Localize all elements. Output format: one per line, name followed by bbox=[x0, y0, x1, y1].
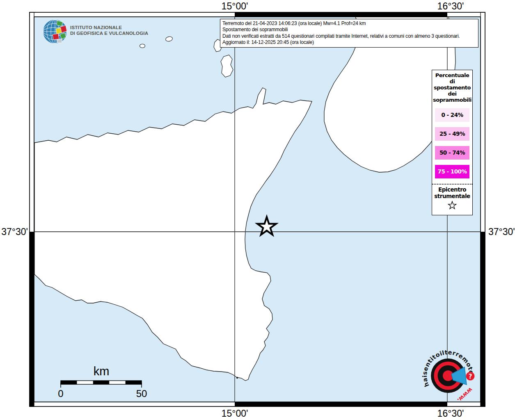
logo-suffix-text: .it bbox=[0, 0, 2, 1]
ingv-line2: DI GEOFISICA E VULCANOLOGIA bbox=[70, 31, 148, 37]
axis-label-top-1630: 16°30' bbox=[437, 1, 464, 12]
legend-epicenter-star-icon bbox=[447, 201, 458, 211]
macroseismic-map-page: km 0 50 bbox=[0, 0, 515, 420]
scale-bar-start: 0 bbox=[58, 388, 63, 399]
info-line-updated: Aggiornato il: 14-12-2025 20:45 (ora loc… bbox=[222, 39, 476, 46]
legend-title: Percentuale di spostamento dei soprammob… bbox=[432, 70, 472, 103]
axis-label-bottom-1630: 16°30' bbox=[437, 408, 464, 419]
ingv-line1: ISTITUTO NAZIONALE bbox=[70, 25, 148, 31]
scale-bar-unit: km bbox=[94, 365, 110, 378]
ingv-logo-globe bbox=[43, 20, 67, 43]
earthquake-info-box: Terremoto del 21-04-2023 14:06:23 (ora l… bbox=[220, 19, 478, 48]
scale-bar-end: 50 bbox=[136, 388, 147, 399]
axis-label-top-15: 15°00' bbox=[222, 1, 248, 12]
legend-swatch-0: 0 - 24% bbox=[435, 108, 469, 122]
ingv-logo-text: ISTITUTO NAZIONALE DI GEOFISICA E VULCAN… bbox=[70, 25, 148, 36]
info-line-source: Dati non verificati estratti da 514 ques… bbox=[222, 33, 476, 39]
axis-label-bottom-15: 15°00' bbox=[222, 408, 248, 419]
legend-swatch-3: 75 - 100% bbox=[435, 165, 469, 178]
legend-swatch-1: 25 - 49% bbox=[435, 127, 469, 141]
legend-swatch-2: 50 - 74% bbox=[435, 146, 469, 160]
axis-label-left-3730: 37°30' bbox=[0, 226, 28, 237]
logo-question-mark: ? bbox=[469, 373, 472, 380]
legend-epicenter-section: Epicentro strumentale bbox=[432, 184, 472, 215]
info-line-type: Spostamento dei soprammobili bbox=[222, 27, 476, 33]
info-line-event: Terremoto del 21-04-2023 14:06:23 (ora l… bbox=[222, 21, 476, 27]
axis-label-right-3730: 37°30' bbox=[488, 226, 515, 237]
legend-box: Percentuale di spostamento dei soprammob… bbox=[432, 70, 473, 215]
